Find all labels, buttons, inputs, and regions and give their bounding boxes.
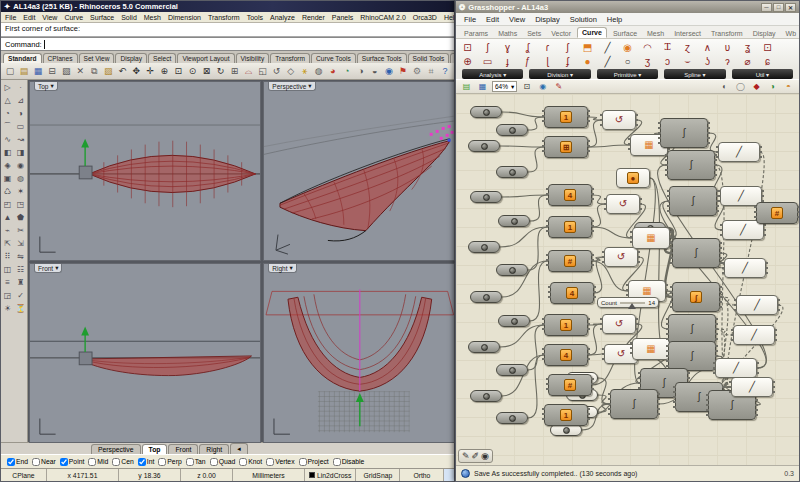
scale-icon[interactable]: ⇲ <box>14 237 27 250</box>
menu-dimension[interactable]: Dimension <box>168 14 201 21</box>
curve-tool-icon-9[interactable]: ʒ <box>640 55 655 68</box>
osnap-tan-checkbox[interactable] <box>186 458 194 466</box>
undo-icon[interactable]: ↶ <box>116 65 128 78</box>
cap-node[interactable] <box>496 412 528 424</box>
osnap-cen[interactable]: Cen <box>112 458 133 466</box>
cap-node[interactable] <box>496 124 528 136</box>
wchk-node[interactable]: ▦ <box>632 338 670 360</box>
cap-node[interactable] <box>470 106 502 118</box>
rhino-titlebar[interactable]: ✦ AL14a3 (251 KB) - Rhinoceros 5.0 Comme… <box>1 1 454 12</box>
gh-tab-curve[interactable]: Curve <box>577 27 607 38</box>
wline-node[interactable]: ╱ <box>736 295 778 315</box>
osnap-icon[interactable]: ◇ <box>285 65 297 78</box>
arc-tool-icon[interactable]: ⌒ <box>1 120 14 133</box>
wline-node[interactable]: ╱ <box>715 358 757 378</box>
menu-tools[interactable]: Tools <box>247 14 263 21</box>
curve-tool-icon-6[interactable]: ⬒ <box>580 41 595 54</box>
menu-render[interactable]: Render <box>302 14 325 21</box>
curve-tool-icon-13[interactable]: ʋ <box>720 41 735 54</box>
array-icon[interactable]: ⠿ <box>1 250 14 263</box>
status-toggle-ortho[interactable]: Ortho <box>400 469 444 481</box>
param-node[interactable]: 4 <box>548 184 592 206</box>
gh-menu-help[interactable]: Help <box>607 15 622 24</box>
rotate-view-icon[interactable]: ↻ <box>214 65 226 78</box>
osnap-knot[interactable]: Knot <box>239 458 262 466</box>
osnap-project[interactable]: Project <box>299 458 329 466</box>
preview-shaded-icon[interactable]: ◐ <box>718 81 731 93</box>
toolbar-tab-curve-tools[interactable]: Curve Tools <box>311 53 356 63</box>
viewport-right[interactable]: Right ▾ <box>263 263 455 443</box>
cap-node[interactable] <box>470 191 502 203</box>
pan-icon[interactable]: ✥ <box>130 65 142 78</box>
minimize-button[interactable]: ─ <box>761 3 772 12</box>
cplane-icon[interactable]: ◱ <box>257 65 269 78</box>
box-tool-icon[interactable]: ◈ <box>1 159 14 172</box>
check-icon[interactable]: ✓ <box>14 289 27 302</box>
slider-node[interactable]: Count14 <box>597 297 659 308</box>
cap-node[interactable] <box>498 215 530 227</box>
zoom-in-icon[interactable]: ⊕ <box>158 65 170 78</box>
globe-icon[interactable]: ◉ <box>383 65 395 78</box>
curve-tool-icon-1[interactable]: ʃ <box>480 41 495 54</box>
point-tool-icon[interactable]: · <box>14 81 27 94</box>
wline-node[interactable]: ╱ <box>724 258 766 278</box>
osnap-quad[interactable]: Quad <box>210 458 236 466</box>
join-icon[interactable]: ⌁ <box>1 224 14 237</box>
param-node[interactable]: # <box>548 250 592 272</box>
pointer-tool-icon[interactable]: ▷ <box>1 81 14 94</box>
param-node[interactable]: 4 <box>544 344 588 366</box>
preview-wire-icon[interactable]: ◯ <box>734 81 747 93</box>
menu-help[interactable]: Help <box>444 14 454 21</box>
osnap-point[interactable]: Point <box>60 458 85 466</box>
toolbar-tab-viewport-layout[interactable]: Viewport Layout <box>177 53 234 63</box>
grasshopper-titlebar[interactable]: ❂ Grasshopper - AL14a3 ─□✕ <box>456 1 799 13</box>
lamp-icon[interactable]: ⚹ <box>299 65 311 78</box>
zoom-level-select[interactable]: 64%▾ <box>492 81 517 92</box>
curve-tool-icon-11[interactable]: ɀ <box>680 41 695 54</box>
cap-node[interactable] <box>496 166 528 178</box>
menu-view[interactable]: View <box>42 14 57 21</box>
mesh-box-icon[interactable]: ⬟ <box>14 211 27 224</box>
count-slider-knob[interactable] <box>628 299 636 309</box>
gh-tab-mesh[interactable]: Mesh <box>643 29 668 38</box>
preview-green-icon[interactable]: ◑ <box>766 81 779 93</box>
osnap-point-checkbox[interactable] <box>60 458 68 466</box>
preview-custom-icon[interactable]: ◓ <box>782 81 795 93</box>
param-node[interactable]: 4 <box>550 282 594 304</box>
param-node[interactable]: 1 <box>544 404 588 426</box>
surface-tool-icon[interactable]: ◧ <box>1 146 14 159</box>
control-points[interactable] <box>430 125 454 140</box>
gear-icon[interactable]: ⚙ <box>411 65 423 78</box>
shade-icon[interactable]: ◕ <box>327 65 339 78</box>
curve-tool-icon-7[interactable]: ╱ <box>600 55 615 68</box>
close-button[interactable]: ✕ <box>785 3 796 12</box>
toolbar-tab-select[interactable]: Select <box>148 53 176 63</box>
count-slider-track[interactable] <box>620 302 645 304</box>
menu-edit[interactable]: Edit <box>23 14 35 21</box>
param-node[interactable]: 1 <box>544 106 588 128</box>
fillet-solid-icon[interactable]: ◰ <box>1 198 14 211</box>
toolbar-tab-visibility[interactable]: Visibility <box>236 53 270 63</box>
gray-node[interactable]: ʃ <box>667 150 715 180</box>
osnap-knot-checkbox[interactable] <box>239 458 247 466</box>
paste-icon[interactable]: ▨ <box>102 65 114 78</box>
trim-icon[interactable]: ✂ <box>14 224 27 237</box>
sphere-tool-icon[interactable]: ◉ <box>14 159 27 172</box>
curve-tool-icon[interactable]: ∿ <box>1 133 14 146</box>
curve-tool-icon-8[interactable]: ◉ <box>620 41 635 54</box>
ellipse-tool-icon[interactable]: ◑ <box>14 107 27 120</box>
toolbar-tab-set-view[interactable]: Set View <box>79 53 115 63</box>
gh-tab-maths[interactable]: Maths <box>494 29 521 38</box>
record-icon[interactable]: ◍ <box>313 65 325 78</box>
osnap-int[interactable]: Int <box>138 458 155 466</box>
wline-node[interactable]: ╱ <box>718 142 760 162</box>
grid-icon[interactable]: ☷ <box>14 263 27 276</box>
cap-node[interactable] <box>496 264 528 276</box>
curve-tool-icon-12[interactable]: ʖ <box>700 55 715 68</box>
toolbar-tab-mesh-tools[interactable]: Mesh Tools <box>450 53 454 63</box>
curve-tool-icon-6[interactable]: ● <box>580 55 595 68</box>
cap-node[interactable] <box>468 140 500 152</box>
curve-tool-icon-5[interactable]: ʄ <box>560 55 575 68</box>
grasshopper-canvas[interactable]: 1⊞41#414#1↺↺↺↺↺▦▦▦▦ʃʃʃʃʃʃʃʃʃʃʃ╱╱╱╱╱╱╱╱●#… <box>456 94 799 465</box>
osnap-vertex[interactable]: Vertex <box>266 458 294 466</box>
